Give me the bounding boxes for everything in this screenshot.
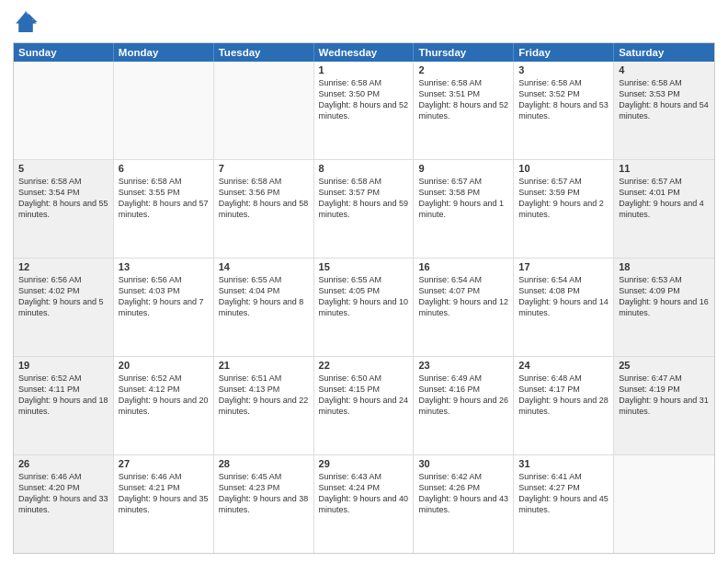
day-number: 15 — [319, 261, 409, 272]
cell-info: Sunrise: 6:56 AM Sunset: 4:03 PM Dayligh… — [119, 274, 209, 319]
calendar-row-0: 1Sunrise: 6:58 AM Sunset: 3:50 PM Daylig… — [14, 62, 714, 160]
cell-info: Sunrise: 6:58 AM Sunset: 3:55 PM Dayligh… — [119, 176, 209, 221]
calendar-cell: 19Sunrise: 6:52 AM Sunset: 4:11 PM Dayli… — [14, 357, 114, 454]
calendar-cell — [14, 62, 114, 159]
header-cell-friday: Friday — [514, 43, 614, 62]
day-number: 2 — [418, 64, 508, 75]
header-cell-thursday: Thursday — [414, 43, 514, 62]
calendar-cell: 7Sunrise: 6:58 AM Sunset: 3:56 PM Daylig… — [214, 160, 314, 258]
cell-info: Sunrise: 6:57 AM Sunset: 3:58 PM Dayligh… — [418, 176, 508, 221]
day-number: 10 — [518, 163, 609, 174]
day-number: 11 — [619, 163, 710, 174]
day-number: 3 — [518, 64, 609, 75]
calendar-cell: 10Sunrise: 6:57 AM Sunset: 3:59 PM Dayli… — [514, 160, 614, 258]
day-number: 29 — [319, 458, 409, 469]
day-number: 25 — [619, 360, 710, 371]
cell-info: Sunrise: 6:52 AM Sunset: 4:12 PM Dayligh… — [119, 373, 209, 418]
cell-info: Sunrise: 6:42 AM Sunset: 4:26 PM Dayligh… — [418, 471, 508, 516]
header-cell-saturday: Saturday — [614, 43, 714, 62]
cell-info: Sunrise: 6:51 AM Sunset: 4:13 PM Dayligh… — [219, 373, 309, 418]
calendar-cell: 8Sunrise: 6:58 AM Sunset: 3:57 PM Daylig… — [314, 160, 415, 258]
day-number: 27 — [119, 458, 209, 469]
day-number: 13 — [119, 261, 209, 272]
calendar-cell: 24Sunrise: 6:48 AM Sunset: 4:17 PM Dayli… — [514, 357, 614, 454]
logo — [13, 9, 42, 35]
calendar-cell: 25Sunrise: 6:47 AM Sunset: 4:19 PM Dayli… — [614, 357, 714, 454]
calendar-cell: 31Sunrise: 6:41 AM Sunset: 4:27 PM Dayli… — [514, 455, 614, 553]
cell-info: Sunrise: 6:55 AM Sunset: 4:05 PM Dayligh… — [319, 274, 409, 319]
page: SundayMondayTuesdayWednesdayThursdayFrid… — [0, 0, 728, 563]
calendar-cell: 28Sunrise: 6:45 AM Sunset: 4:23 PM Dayli… — [214, 455, 314, 553]
calendar-cell: 5Sunrise: 6:58 AM Sunset: 3:54 PM Daylig… — [14, 160, 114, 258]
calendar-cell: 14Sunrise: 6:55 AM Sunset: 4:04 PM Dayli… — [214, 259, 314, 356]
cell-info: Sunrise: 6:58 AM Sunset: 3:53 PM Dayligh… — [619, 77, 710, 122]
cell-info: Sunrise: 6:46 AM Sunset: 4:21 PM Dayligh… — [119, 471, 209, 516]
day-number: 23 — [418, 360, 508, 371]
calendar-cell: 9Sunrise: 6:57 AM Sunset: 3:58 PM Daylig… — [414, 160, 514, 258]
cell-info: Sunrise: 6:41 AM Sunset: 4:27 PM Dayligh… — [518, 471, 609, 516]
calendar-cell: 3Sunrise: 6:58 AM Sunset: 3:52 PM Daylig… — [514, 62, 614, 159]
day-number: 24 — [518, 360, 609, 371]
cell-info: Sunrise: 6:55 AM Sunset: 4:04 PM Dayligh… — [219, 274, 309, 319]
cell-info: Sunrise: 6:46 AM Sunset: 4:20 PM Dayligh… — [18, 471, 108, 516]
calendar-cell: 12Sunrise: 6:56 AM Sunset: 4:02 PM Dayli… — [14, 259, 114, 356]
calendar-cell: 15Sunrise: 6:55 AM Sunset: 4:05 PM Dayli… — [314, 259, 415, 356]
day-number: 7 — [219, 163, 309, 174]
cell-info: Sunrise: 6:49 AM Sunset: 4:16 PM Dayligh… — [418, 373, 508, 418]
calendar-cell: 17Sunrise: 6:54 AM Sunset: 4:08 PM Dayli… — [514, 259, 614, 356]
header-cell-tuesday: Tuesday — [214, 43, 314, 62]
cell-info: Sunrise: 6:53 AM Sunset: 4:09 PM Dayligh… — [619, 274, 710, 319]
day-number: 5 — [18, 163, 108, 174]
day-number: 16 — [418, 261, 508, 272]
day-number: 14 — [219, 261, 309, 272]
day-number: 18 — [619, 261, 710, 272]
calendar-cell: 13Sunrise: 6:56 AM Sunset: 4:03 PM Dayli… — [114, 259, 214, 356]
cell-info: Sunrise: 6:58 AM Sunset: 3:54 PM Dayligh… — [18, 176, 108, 221]
calendar-cell: 11Sunrise: 6:57 AM Sunset: 4:01 PM Dayli… — [614, 160, 714, 258]
calendar-cell: 22Sunrise: 6:50 AM Sunset: 4:15 PM Dayli… — [314, 357, 415, 454]
calendar-cell: 2Sunrise: 6:58 AM Sunset: 3:51 PM Daylig… — [414, 62, 514, 159]
day-number: 17 — [518, 261, 609, 272]
calendar-row-2: 12Sunrise: 6:56 AM Sunset: 4:02 PM Dayli… — [14, 259, 714, 357]
day-number: 30 — [418, 458, 508, 469]
calendar-cell: 21Sunrise: 6:51 AM Sunset: 4:13 PM Dayli… — [214, 357, 314, 454]
calendar-cell — [614, 455, 714, 553]
calendar-cell — [114, 62, 214, 159]
calendar-header-row: SundayMondayTuesdayWednesdayThursdayFrid… — [14, 43, 714, 62]
logo-icon — [13, 9, 39, 35]
cell-info: Sunrise: 6:57 AM Sunset: 3:59 PM Dayligh… — [518, 176, 609, 221]
day-number: 6 — [119, 163, 209, 174]
header-cell-monday: Monday — [114, 43, 214, 62]
cell-info: Sunrise: 6:58 AM Sunset: 3:51 PM Dayligh… — [418, 77, 508, 122]
calendar-cell: 16Sunrise: 6:54 AM Sunset: 4:07 PM Dayli… — [414, 259, 514, 356]
cell-info: Sunrise: 6:58 AM Sunset: 3:50 PM Dayligh… — [319, 77, 409, 122]
calendar-cell — [214, 62, 314, 159]
cell-info: Sunrise: 6:56 AM Sunset: 4:02 PM Dayligh… — [18, 274, 108, 319]
day-number: 22 — [319, 360, 409, 371]
day-number: 4 — [619, 64, 710, 75]
cell-info: Sunrise: 6:48 AM Sunset: 4:17 PM Dayligh… — [518, 373, 609, 418]
header-cell-sunday: Sunday — [14, 43, 114, 62]
day-number: 9 — [418, 163, 508, 174]
day-number: 21 — [219, 360, 309, 371]
day-number: 20 — [119, 360, 209, 371]
cell-info: Sunrise: 6:43 AM Sunset: 4:24 PM Dayligh… — [319, 471, 409, 516]
day-number: 31 — [518, 458, 609, 469]
header — [13, 9, 715, 35]
calendar-cell: 29Sunrise: 6:43 AM Sunset: 4:24 PM Dayli… — [314, 455, 415, 553]
calendar-cell: 27Sunrise: 6:46 AM Sunset: 4:21 PM Dayli… — [114, 455, 214, 553]
calendar-cell: 1Sunrise: 6:58 AM Sunset: 3:50 PM Daylig… — [314, 62, 415, 159]
cell-info: Sunrise: 6:57 AM Sunset: 4:01 PM Dayligh… — [619, 176, 710, 221]
calendar-cell: 23Sunrise: 6:49 AM Sunset: 4:16 PM Dayli… — [414, 357, 514, 454]
calendar-body: 1Sunrise: 6:58 AM Sunset: 3:50 PM Daylig… — [14, 62, 714, 553]
calendar-cell: 18Sunrise: 6:53 AM Sunset: 4:09 PM Dayli… — [614, 259, 714, 356]
calendar-row-1: 5Sunrise: 6:58 AM Sunset: 3:54 PM Daylig… — [14, 160, 714, 259]
cell-info: Sunrise: 6:54 AM Sunset: 4:08 PM Dayligh… — [518, 274, 609, 319]
calendar-row-4: 26Sunrise: 6:46 AM Sunset: 4:20 PM Dayli… — [14, 455, 714, 553]
cell-info: Sunrise: 6:54 AM Sunset: 4:07 PM Dayligh… — [418, 274, 508, 319]
calendar-cell: 30Sunrise: 6:42 AM Sunset: 4:26 PM Dayli… — [414, 455, 514, 553]
cell-info: Sunrise: 6:58 AM Sunset: 3:52 PM Dayligh… — [518, 77, 609, 122]
cell-info: Sunrise: 6:47 AM Sunset: 4:19 PM Dayligh… — [619, 373, 710, 418]
calendar-cell: 20Sunrise: 6:52 AM Sunset: 4:12 PM Dayli… — [114, 357, 214, 454]
day-number: 26 — [18, 458, 108, 469]
